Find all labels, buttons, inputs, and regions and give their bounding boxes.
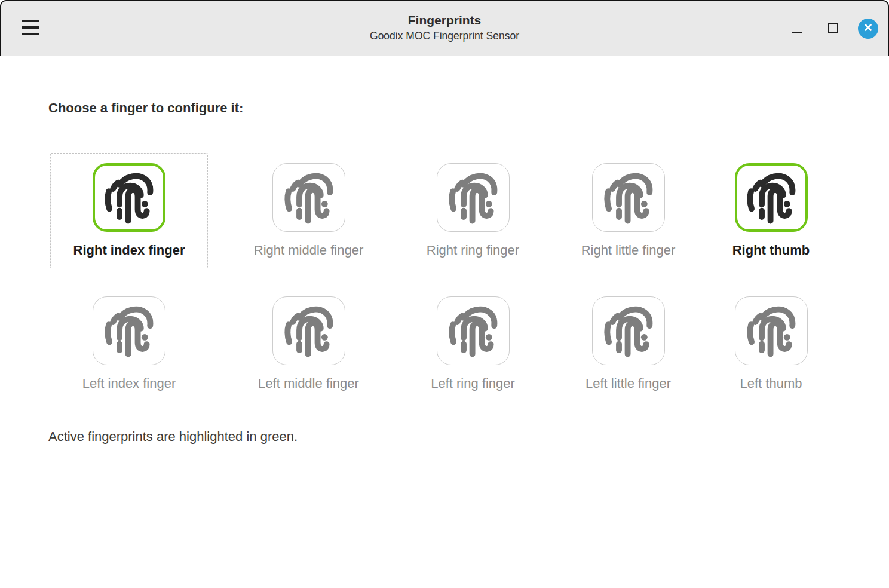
hamburger-menu-icon[interactable] — [22, 20, 39, 35]
fingerprint-icon — [444, 170, 502, 226]
fingerprint-icon — [742, 303, 801, 359]
finger-button-right-middle[interactable]: Right middle finger — [235, 153, 382, 268]
finger-label: Right little finger — [581, 243, 676, 258]
fingerprint-icon — [100, 303, 158, 359]
finger-label: Left thumb — [740, 376, 802, 391]
finger-button-right-little[interactable]: Right little finger — [564, 153, 692, 268]
window-title-block: Fingerprints Goodix MOC Fingerprint Sens… — [1, 13, 888, 44]
finger-button-right-index[interactable]: Right index finger — [50, 153, 208, 268]
active-fingerprints-note: Active fingerprints are highlighted in g… — [48, 429, 889, 445]
minimize-icon — [792, 32, 802, 33]
finger-button-left-index[interactable]: Left index finger — [50, 286, 208, 402]
finger-label: Left middle finger — [258, 376, 359, 391]
finger-button-right-thumb[interactable]: Right thumb — [720, 153, 822, 268]
fingerprint-icon — [444, 303, 502, 359]
fingerprint-icon-box[interactable] — [93, 163, 165, 232]
fingerprint-icon-box[interactable] — [93, 296, 165, 365]
fingerprint-icon — [599, 303, 658, 359]
page-title: Choose a finger to configure it: — [48, 100, 889, 116]
finger-button-right-ring[interactable]: Right ring finger — [409, 153, 537, 268]
window-subtitle: Goodix MOC Fingerprint Sensor — [1, 28, 888, 44]
fingerprint-icon — [280, 170, 338, 226]
finger-label: Right middle finger — [254, 243, 363, 258]
fingerprint-icon-box[interactable] — [592, 163, 665, 232]
fingerprint-icon-box[interactable] — [272, 296, 345, 365]
fingerprint-icon-box[interactable] — [592, 296, 665, 365]
finger-button-left-thumb[interactable]: Left thumb — [720, 286, 822, 402]
finger-label: Left index finger — [82, 376, 176, 391]
fingerprint-icon — [742, 170, 801, 226]
close-button[interactable]: ✕ — [858, 19, 878, 39]
finger-button-left-ring[interactable]: Left ring finger — [409, 286, 537, 402]
fingerprint-icon-box[interactable] — [437, 163, 510, 232]
fingerprint-icon-box[interactable] — [735, 296, 808, 365]
fingerprint-icon-box[interactable] — [735, 163, 808, 232]
finger-button-left-little[interactable]: Left little finger — [564, 286, 692, 402]
fingerprint-icon — [100, 170, 158, 226]
minimize-button[interactable] — [786, 18, 808, 39]
close-icon: ✕ — [863, 18, 873, 38]
finger-label: Right ring finger — [427, 243, 519, 258]
titlebar: Fingerprints Goodix MOC Fingerprint Sens… — [0, 0, 889, 56]
fingerprint-icon — [599, 170, 658, 226]
finger-button-left-middle[interactable]: Left middle finger — [235, 286, 382, 402]
maximize-button[interactable] — [822, 18, 844, 39]
finger-label: Left ring finger — [431, 376, 515, 391]
finger-label: Right thumb — [732, 243, 810, 258]
window-title: Fingerprints — [1, 13, 888, 28]
finger-label: Left little finger — [585, 376, 671, 391]
window-controls: ✕ — [786, 1, 878, 56]
fingerprints-panel: Choose a finger to configure it: Right i… — [0, 100, 889, 445]
fingerprint-icon-box[interactable] — [272, 163, 345, 232]
finger-label: Right index finger — [73, 243, 185, 258]
fingerprint-icon — [280, 303, 338, 359]
fingerprint-icon-box[interactable] — [437, 296, 510, 365]
maximize-icon — [828, 23, 838, 33]
finger-grid: Right index finger Right middle finger R… — [50, 153, 889, 402]
